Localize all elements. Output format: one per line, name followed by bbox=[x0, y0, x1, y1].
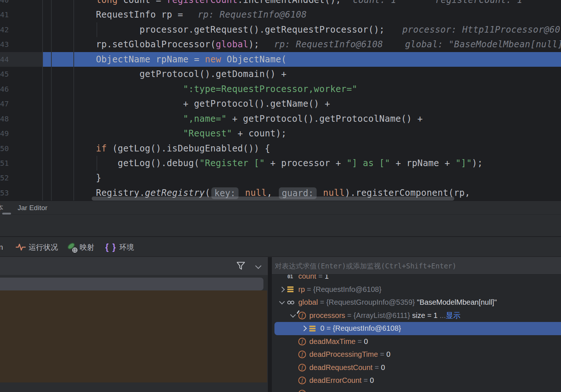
empty-strip bbox=[0, 215, 561, 237]
code-line-47[interactable]: + getProtocol().getName() + bbox=[0, 96, 561, 111]
endpoints-toolbar: n 运行状况 映射 { } 环境 bbox=[0, 238, 561, 257]
code-line-50[interactable]: if (getLog().isDebugEnabled()) { bbox=[0, 141, 561, 156]
selected-list-row[interactable] bbox=[0, 278, 263, 290]
tree-text: size = 1 bbox=[410, 311, 440, 320]
bean-globe-icon bbox=[67, 242, 77, 252]
code-token: ObjectName rpName = bbox=[96, 54, 205, 65]
code-token: ObjectName( bbox=[221, 54, 287, 65]
code-editor[interactable]: 4041424344454647484950515253 long count … bbox=[0, 0, 561, 201]
code-line-43[interactable]: rp.setGlobalProcessor(global);rp: Reques… bbox=[0, 37, 561, 52]
code-line-52[interactable]: } bbox=[0, 171, 561, 185]
variable-row-partial[interactable]: f bbox=[272, 387, 561, 392]
tree-text: = bbox=[305, 285, 313, 294]
chevron-right-icon[interactable] bbox=[301, 326, 307, 331]
code-line-42[interactable]: processor.getRequest().getRequestProcess… bbox=[0, 22, 561, 37]
inline-debug-hint: global: "BaseModelMbean[null] bbox=[405, 39, 561, 50]
tree-text: "BaseModelMbean[null]" bbox=[415, 298, 497, 307]
code-token: "Request" bbox=[183, 128, 232, 139]
tab-mappings-label: 映射 bbox=[80, 242, 94, 252]
tree-text: 1 bbox=[325, 275, 329, 281]
tree-text: {RequestInfo@6108} bbox=[313, 285, 382, 294]
code-token: count = bbox=[118, 0, 167, 5]
toolbar-partial-text: n bbox=[0, 238, 3, 257]
field-icon: f bbox=[298, 364, 306, 371]
tree-text: 0 bbox=[370, 376, 374, 385]
inline-debug-hint: rp: RequestInfo@6108 bbox=[274, 39, 383, 50]
variable-row-rp[interactable]: rp = {RequestInfo@6108} bbox=[272, 283, 561, 296]
variable-row-deadRequestCount[interactable]: fdeadRequestCount = 0 bbox=[272, 361, 561, 374]
tab-mappings[interactable]: 映射 bbox=[67, 238, 94, 257]
inline-debug-hint: registerCount: 1 bbox=[435, 0, 522, 5]
tree-text: 0 bbox=[320, 324, 324, 333]
code-line-48[interactable]: ",name=" + getProtocol().getProtocolName… bbox=[0, 111, 561, 126]
code-token: long bbox=[96, 0, 117, 5]
code-token: + rpName + bbox=[390, 158, 455, 168]
code-line-41[interactable]: RequestInfo rp =rp: RequestInfo@6108 bbox=[0, 7, 561, 22]
tree-text: deadMaxTime bbox=[309, 337, 356, 346]
code-token: ",name=" bbox=[183, 114, 227, 124]
pulse-icon bbox=[16, 243, 26, 252]
code-line-51[interactable]: getLog().debug("Register [" + processor … bbox=[0, 156, 561, 171]
tree-text: count bbox=[298, 275, 316, 281]
tree-text: global bbox=[298, 298, 318, 307]
field-icon: f bbox=[298, 377, 306, 384]
code-line-44[interactable]: ObjectName rpName = new ObjectName( bbox=[0, 52, 561, 67]
code-token: getLog().debug( bbox=[118, 158, 200, 168]
primitive-value-icon: 01 bbox=[287, 275, 293, 279]
tab-jar-editor[interactable]: Jar Editor bbox=[18, 201, 47, 215]
ide-debug-view: 4041424344454647484950515253 long count … bbox=[0, 0, 561, 392]
tree-text: = bbox=[356, 337, 364, 346]
evaluate-expression-bar[interactable]: 对表达式求值(Enter)或添加监视(Ctrl+Shift+Enter) bbox=[272, 257, 561, 275]
variable-row-0[interactable]: 0 = {RequestInfo@6108} bbox=[272, 322, 561, 335]
code-line-40[interactable]: long count = registerCount.incrementAndG… bbox=[0, 0, 561, 7]
tree-text: 0 bbox=[386, 350, 390, 359]
code-token: "] as [" bbox=[347, 158, 390, 168]
variable-row-deadProcessingTime[interactable]: fdeadProcessingTime = 0 bbox=[272, 348, 561, 361]
code-token: + processor + bbox=[265, 158, 347, 168]
editor-tab-bar: 本 Jar Editor bbox=[0, 201, 561, 215]
variables-tree: 01count = 1rp = {RequestInfo@6108}global… bbox=[272, 275, 561, 392]
panel-splitter[interactable] bbox=[268, 257, 272, 392]
tab-environment[interactable]: { } 环境 bbox=[105, 238, 134, 257]
tree-text: = bbox=[345, 311, 354, 320]
variable-row-global[interactable]: global = {RequestGroupInfo@5359} "BaseMo… bbox=[272, 296, 561, 309]
console-content-block[interactable] bbox=[0, 290, 267, 382]
variable-row-deadErrorCount[interactable]: fdeadErrorCount = 0 bbox=[272, 374, 561, 387]
variable-row-processors[interactable]: fprocessors = {ArrayList@6111} size = 1 … bbox=[272, 309, 561, 322]
tree-text: 0 bbox=[381, 363, 385, 372]
tab-environment-label: 环境 bbox=[119, 242, 134, 252]
code-token: .incrementAndGet(); bbox=[238, 0, 341, 5]
active-tab-underline bbox=[2, 213, 11, 215]
tab-health-label: 运行状况 bbox=[29, 242, 58, 252]
tree-text: 0 bbox=[364, 337, 368, 346]
variable-icon bbox=[287, 286, 294, 292]
watches-panel: 对表达式求值(Enter)或添加监视(Ctrl+Shift+Enter) 01c… bbox=[272, 257, 561, 392]
filter-icon[interactable] bbox=[236, 261, 246, 271]
code-token: + getProtocol().getName() + bbox=[183, 99, 330, 109]
code-token: } bbox=[96, 173, 101, 183]
code-line-46[interactable]: ":type=RequestProcessor,worker=" bbox=[0, 82, 561, 96]
variable-row-deadMaxTime[interactable]: fdeadMaxTime = 0 bbox=[272, 335, 561, 348]
chevron-down-icon[interactable] bbox=[255, 263, 262, 269]
code-token: RequestInfo rp = bbox=[96, 10, 183, 20]
watch-icon bbox=[287, 301, 294, 304]
chevron-down-icon[interactable] bbox=[290, 312, 296, 318]
tree-text: = bbox=[378, 350, 386, 359]
chevron-right-icon[interactable] bbox=[279, 286, 285, 292]
code-token: + count); bbox=[232, 128, 287, 139]
inline-debug-hint: rp: RequestInfo@6108 bbox=[198, 10, 307, 20]
tree-text: deadProcessingTime bbox=[309, 350, 378, 359]
code-token: new bbox=[205, 54, 221, 65]
code-line-45[interactable]: getProtocol().getDomain() + bbox=[0, 67, 561, 81]
chevron-down-icon[interactable] bbox=[279, 299, 285, 305]
code-token: ":type=RequestProcessor,worker=" bbox=[183, 84, 357, 94]
tab-health[interactable]: 运行状况 bbox=[16, 238, 58, 257]
horizontal-scrollbar-thumb[interactable] bbox=[92, 197, 454, 201]
tree-text: deadRequestCount bbox=[309, 363, 372, 372]
tree-text: deadErrorCount bbox=[309, 376, 361, 385]
tree-text: {RequestGroupInfo@5359} bbox=[326, 298, 415, 307]
tree-text: = bbox=[361, 376, 370, 385]
show-more-link[interactable]: 显示 bbox=[446, 311, 460, 320]
variable-row-count[interactable]: 01count = 1 bbox=[272, 275, 561, 283]
code-line-49[interactable]: "Request" + count); bbox=[0, 126, 561, 141]
